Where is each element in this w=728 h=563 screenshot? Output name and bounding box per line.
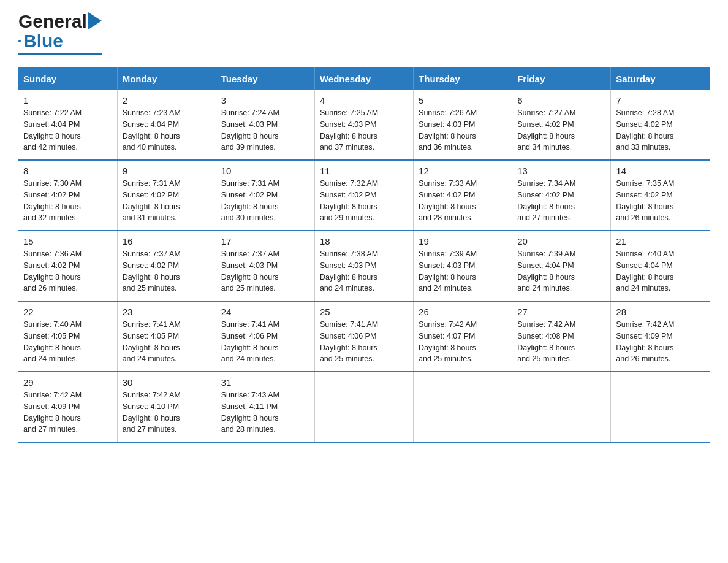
weekday-header-wednesday: Wednesday [314,67,413,90]
day-cell: 3 Sunrise: 7:24 AM Sunset: 4:03 PM Dayli… [216,90,314,160]
day-number: 21 [616,236,705,247]
day-info: Sunrise: 7:23 AM Sunset: 4:04 PM Dayligh… [123,107,211,153]
weekday-header-saturday: Saturday [611,67,710,90]
calendar-table: SundayMondayTuesdayWednesdayThursdayFrid… [18,67,710,443]
day-cell: 5 Sunrise: 7:26 AM Sunset: 4:03 PM Dayli… [414,90,512,160]
weekday-header-row: SundayMondayTuesdayWednesdayThursdayFrid… [18,67,710,90]
day-info: Sunrise: 7:24 AM Sunset: 4:03 PM Dayligh… [221,107,309,153]
day-cell: 29 Sunrise: 7:42 AM Sunset: 4:09 PM Dayl… [18,372,117,442]
logo-underline [18,53,102,55]
page-header: General Blue [18,12,710,55]
day-number: 25 [320,307,408,317]
day-number: 11 [320,166,408,176]
day-cell [512,372,611,442]
day-number: 12 [419,166,507,176]
day-info: Sunrise: 7:42 AM Sunset: 4:08 PM Dayligh… [517,319,605,365]
day-cell: 8 Sunrise: 7:30 AM Sunset: 4:02 PM Dayli… [18,160,117,231]
day-number: 18 [320,236,408,247]
day-number: 20 [517,236,605,247]
day-number: 5 [419,95,507,105]
day-cell: 11 Sunrise: 7:32 AM Sunset: 4:02 PM Dayl… [314,160,413,231]
day-number: 3 [221,95,309,105]
day-cell: 27 Sunrise: 7:42 AM Sunset: 4:08 PM Dayl… [512,301,611,372]
day-info: Sunrise: 7:42 AM Sunset: 4:09 PM Dayligh… [616,319,705,365]
day-cell [611,372,710,442]
day-cell: 6 Sunrise: 7:27 AM Sunset: 4:02 PM Dayli… [512,90,611,160]
day-number: 1 [23,95,112,105]
day-info: Sunrise: 7:37 AM Sunset: 4:03 PM Dayligh… [221,248,309,294]
day-cell: 13 Sunrise: 7:34 AM Sunset: 4:02 PM Dayl… [512,160,611,231]
weekday-header-thursday: Thursday [414,67,512,90]
day-number: 6 [517,95,605,105]
day-cell: 16 Sunrise: 7:37 AM Sunset: 4:02 PM Dayl… [117,231,216,301]
weekday-header-monday: Monday [117,67,216,90]
day-number: 8 [23,166,112,176]
day-info: Sunrise: 7:35 AM Sunset: 4:02 PM Dayligh… [616,178,705,224]
day-info: Sunrise: 7:33 AM Sunset: 4:02 PM Dayligh… [419,178,507,224]
week-row-4: 22 Sunrise: 7:40 AM Sunset: 4:05 PM Dayl… [18,301,710,372]
day-number: 10 [221,166,309,176]
day-number: 22 [23,307,112,317]
day-info: Sunrise: 7:39 AM Sunset: 4:03 PM Dayligh… [419,248,507,294]
day-info: Sunrise: 7:37 AM Sunset: 4:02 PM Dayligh… [123,248,211,294]
day-cell: 30 Sunrise: 7:42 AM Sunset: 4:10 PM Dayl… [117,372,216,442]
day-cell: 20 Sunrise: 7:39 AM Sunset: 4:04 PM Dayl… [512,231,611,301]
day-cell: 21 Sunrise: 7:40 AM Sunset: 4:04 PM Dayl… [611,231,710,301]
day-cell: 1 Sunrise: 7:22 AM Sunset: 4:04 PM Dayli… [18,90,117,160]
day-info: Sunrise: 7:41 AM Sunset: 4:06 PM Dayligh… [221,319,309,365]
day-info: Sunrise: 7:36 AM Sunset: 4:02 PM Dayligh… [23,248,112,294]
day-cell [414,372,512,442]
day-info: Sunrise: 7:34 AM Sunset: 4:02 PM Dayligh… [517,178,605,224]
day-info: Sunrise: 7:39 AM Sunset: 4:04 PM Dayligh… [517,248,605,294]
day-info: Sunrise: 7:41 AM Sunset: 4:05 PM Dayligh… [123,319,211,365]
day-number: 23 [123,307,211,317]
day-cell: 24 Sunrise: 7:41 AM Sunset: 4:06 PM Dayl… [216,301,314,372]
week-row-5: 29 Sunrise: 7:42 AM Sunset: 4:09 PM Dayl… [18,372,710,442]
weekday-header-friday: Friday [512,67,611,90]
day-cell: 17 Sunrise: 7:37 AM Sunset: 4:03 PM Dayl… [216,231,314,301]
day-number: 9 [123,166,211,176]
day-cell: 10 Sunrise: 7:31 AM Sunset: 4:02 PM Dayl… [216,160,314,231]
weekday-header-tuesday: Tuesday [216,67,314,90]
day-cell: 9 Sunrise: 7:31 AM Sunset: 4:02 PM Dayli… [117,160,216,231]
day-cell [314,372,413,442]
day-cell: 4 Sunrise: 7:25 AM Sunset: 4:03 PM Dayli… [314,90,413,160]
logo-general: General [18,12,87,31]
day-info: Sunrise: 7:26 AM Sunset: 4:03 PM Dayligh… [419,107,507,153]
day-info: Sunrise: 7:40 AM Sunset: 4:05 PM Dayligh… [23,319,112,365]
day-info: Sunrise: 7:31 AM Sunset: 4:02 PM Dayligh… [221,178,309,224]
day-info: Sunrise: 7:42 AM Sunset: 4:09 PM Dayligh… [23,389,112,435]
logo: General Blue [18,12,102,55]
day-cell: 26 Sunrise: 7:42 AM Sunset: 4:07 PM Dayl… [414,301,512,372]
day-info: Sunrise: 7:43 AM Sunset: 4:11 PM Dayligh… [221,389,309,435]
day-number: 2 [123,95,211,105]
day-cell: 31 Sunrise: 7:43 AM Sunset: 4:11 PM Dayl… [216,372,314,442]
day-cell: 22 Sunrise: 7:40 AM Sunset: 4:05 PM Dayl… [18,301,117,372]
day-number: 28 [616,307,705,317]
day-cell: 14 Sunrise: 7:35 AM Sunset: 4:02 PM Dayl… [611,160,710,231]
day-number: 30 [123,377,211,388]
svg-marker-0 [88,12,102,29]
day-info: Sunrise: 7:28 AM Sunset: 4:02 PM Dayligh… [616,107,705,153]
week-row-2: 8 Sunrise: 7:30 AM Sunset: 4:02 PM Dayli… [18,160,710,231]
day-number: 19 [419,236,507,247]
day-info: Sunrise: 7:30 AM Sunset: 4:02 PM Dayligh… [23,178,112,224]
day-cell: 18 Sunrise: 7:38 AM Sunset: 4:03 PM Dayl… [314,231,413,301]
day-info: Sunrise: 7:42 AM Sunset: 4:10 PM Dayligh… [123,389,211,435]
day-number: 31 [221,377,309,388]
day-info: Sunrise: 7:25 AM Sunset: 4:03 PM Dayligh… [320,107,408,153]
day-cell: 19 Sunrise: 7:39 AM Sunset: 4:03 PM Dayl… [414,231,512,301]
day-number: 26 [419,307,507,317]
day-info: Sunrise: 7:32 AM Sunset: 4:02 PM Dayligh… [320,178,408,224]
day-number: 27 [517,307,605,317]
day-number: 24 [221,307,309,317]
day-cell: 7 Sunrise: 7:28 AM Sunset: 4:02 PM Dayli… [611,90,710,160]
logo-blue: Blue [23,31,63,52]
week-row-1: 1 Sunrise: 7:22 AM Sunset: 4:04 PM Dayli… [18,90,710,160]
week-row-3: 15 Sunrise: 7:36 AM Sunset: 4:02 PM Dayl… [18,231,710,301]
day-cell: 12 Sunrise: 7:33 AM Sunset: 4:02 PM Dayl… [414,160,512,231]
day-info: Sunrise: 7:31 AM Sunset: 4:02 PM Dayligh… [123,178,211,224]
day-cell: 28 Sunrise: 7:42 AM Sunset: 4:09 PM Dayl… [611,301,710,372]
day-info: Sunrise: 7:27 AM Sunset: 4:02 PM Dayligh… [517,107,605,153]
day-number: 16 [123,236,211,247]
